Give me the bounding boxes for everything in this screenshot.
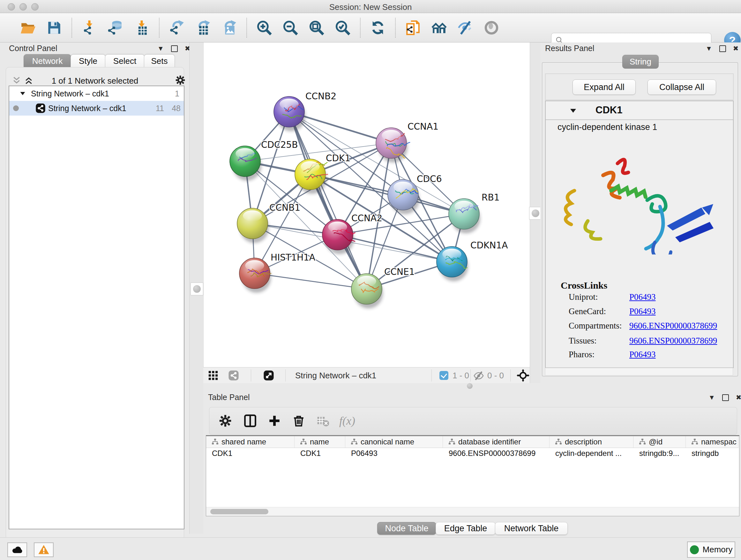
float-panel-icon[interactable]: ▼ (157, 45, 164, 52)
table-cell[interactable]: cyclin-dependent ... (549, 448, 633, 459)
column-header-database-identifier[interactable]: database identifier (443, 436, 549, 448)
close-panel-icon[interactable]: ✖ (736, 394, 741, 401)
maximize-panel-icon[interactable] (171, 45, 178, 52)
table-cell[interactable]: P06493 (345, 448, 443, 459)
clone-network-icon[interactable] (404, 18, 422, 37)
import-network-file-icon[interactable] (80, 18, 98, 37)
node-CCNB1[interactable] (237, 208, 269, 243)
zoom-out-icon[interactable] (281, 18, 299, 37)
table-cell[interactable]: CDK1 (294, 448, 345, 459)
table-settings-gear-icon[interactable] (216, 412, 234, 430)
node-HIST1H1A[interactable] (239, 258, 271, 293)
network-collection-row[interactable]: String Network – cdk1 1 (9, 86, 184, 101)
memory-button[interactable]: Memory (687, 542, 735, 558)
table-cell[interactable]: stringdb:9... (633, 448, 686, 459)
crosslink-link[interactable]: P06493 (629, 292, 656, 302)
tab-sets[interactable]: Sets (144, 54, 175, 68)
tab-edge-table[interactable]: Edge Table (435, 522, 495, 535)
zoom-in-icon[interactable] (255, 18, 273, 37)
grid-view-icon[interactable] (208, 370, 219, 382)
show-columns-icon[interactable] (241, 412, 259, 430)
table-hscrollbar[interactable] (206, 507, 739, 516)
import-table-icon[interactable] (133, 18, 151, 37)
gene-card-header[interactable]: CDK1 (546, 101, 733, 120)
zoom-fit-icon[interactable] (308, 18, 326, 37)
collapse-all-button[interactable]: Collapse All (648, 79, 716, 95)
node-label-CDK1: CDK1 (326, 153, 350, 164)
crosslink-link[interactable]: P06493 (629, 307, 656, 316)
node-CCNE1[interactable] (351, 273, 383, 308)
crosslink-link[interactable]: P06493 (629, 350, 656, 360)
control-panel-title: Control Panel (9, 44, 57, 53)
tab-network-table[interactable]: Network Table (495, 522, 568, 535)
window-title: Session: New Session (0, 2, 741, 12)
maximize-panel-icon[interactable] (722, 394, 729, 401)
export-network-icon[interactable] (168, 18, 186, 37)
node-CCNB2[interactable] (274, 97, 306, 131)
string-results-container: Expand All Collapse All CDK1 cyclin-depe… (542, 62, 738, 376)
network-canvas[interactable]: CCNB2CCNA1CDC25BCDK1CDC6RB1CCNB1CCNA2CDK… (203, 43, 530, 367)
table-cell[interactable]: 9606.ENSP00000378699 (443, 448, 549, 459)
cloud-button[interactable] (7, 543, 27, 557)
network-options-gear-icon[interactable] (175, 74, 186, 87)
tree-expand-icon[interactable] (19, 90, 26, 98)
hidden-eye-slash-icon[interactable] (473, 370, 484, 382)
close-panel-icon[interactable]: ✖ (733, 45, 739, 52)
tab-string[interactable]: String (622, 55, 659, 69)
column-header-namespac[interactable]: namespac (686, 436, 738, 448)
right-splitter-handle[interactable] (529, 207, 542, 220)
table-hscrollbar-thumb[interactable] (210, 509, 268, 514)
node-CDC25B[interactable] (230, 146, 261, 181)
export-image-icon[interactable] (220, 18, 238, 37)
show-all-panels-icon[interactable] (430, 18, 448, 37)
tab-select[interactable]: Select (105, 54, 145, 68)
node-CCNA2[interactable] (322, 219, 355, 254)
left-splitter-handle[interactable] (191, 283, 203, 295)
float-panel-icon[interactable]: ▼ (709, 394, 715, 401)
table-row[interactable]: CDK1CDK1P064939606.ENSP00000378699cyclin… (206, 448, 738, 459)
left-splitter[interactable] (189, 43, 204, 534)
tab-network[interactable]: Network (23, 54, 71, 68)
results-scrollbar-track[interactable] (545, 368, 733, 375)
crosslink-link[interactable]: 9606.ENSP00000378699 (629, 321, 717, 331)
network-row[interactable]: String Network – cdk1 11 48 (9, 101, 184, 116)
float-panel-icon[interactable]: ▼ (705, 45, 712, 52)
tab-node-table[interactable]: Node Table (377, 522, 436, 535)
expand-all-button[interactable]: Expand All (572, 79, 636, 95)
column-header-description[interactable]: description (549, 436, 633, 448)
node-RB1[interactable] (449, 199, 480, 233)
delete-column-trash-icon[interactable] (290, 412, 308, 430)
right-splitter[interactable] (530, 43, 541, 383)
collapse-card-icon[interactable] (569, 107, 577, 116)
node-CDC6[interactable] (388, 179, 419, 214)
maximize-panel-icon[interactable] (719, 45, 726, 52)
table-cell[interactable]: CDK1 (206, 448, 294, 459)
column-header-@id[interactable]: @id (633, 436, 686, 448)
birds-eye-view-icon[interactable] (263, 370, 274, 382)
crosslink-link[interactable]: 9606.ENSP00000378699 (629, 336, 717, 346)
edge-HIST1H1A-CCNE1[interactable] (255, 273, 367, 289)
network-view-dot-icon (13, 105, 19, 111)
horizontal-splitter-handle[interactable] (464, 382, 475, 390)
selected-checkbox-icon[interactable] (440, 371, 448, 380)
table-cell[interactable]: stringdb (686, 448, 738, 459)
fit-selected-crosshair-icon[interactable] (517, 369, 529, 383)
zoom-selected-icon[interactable] (334, 18, 352, 37)
node-CDKN1A[interactable] (436, 246, 468, 281)
save-session-icon[interactable] (45, 18, 63, 37)
hide-others-icon[interactable] (456, 18, 474, 37)
column-header-canonical-name[interactable]: canonical name (345, 436, 443, 448)
column-header-name[interactable]: name (294, 436, 345, 448)
network-name: String Network – cdk1 (48, 104, 126, 113)
export-table-icon[interactable] (194, 18, 212, 37)
add-column-icon[interactable] (266, 412, 283, 430)
column-header-shared-name[interactable]: shared name (206, 436, 294, 448)
import-network-database-icon[interactable] (107, 18, 125, 37)
open-session-icon[interactable] (19, 18, 37, 37)
tab-style[interactable]: Style (71, 54, 106, 68)
refresh-view-icon[interactable] (369, 18, 387, 37)
node-CCNA1[interactable] (376, 128, 410, 163)
warnings-button[interactable] (34, 543, 54, 557)
network-share-icon[interactable] (228, 370, 239, 382)
show-hidden-icon[interactable] (482, 18, 500, 37)
